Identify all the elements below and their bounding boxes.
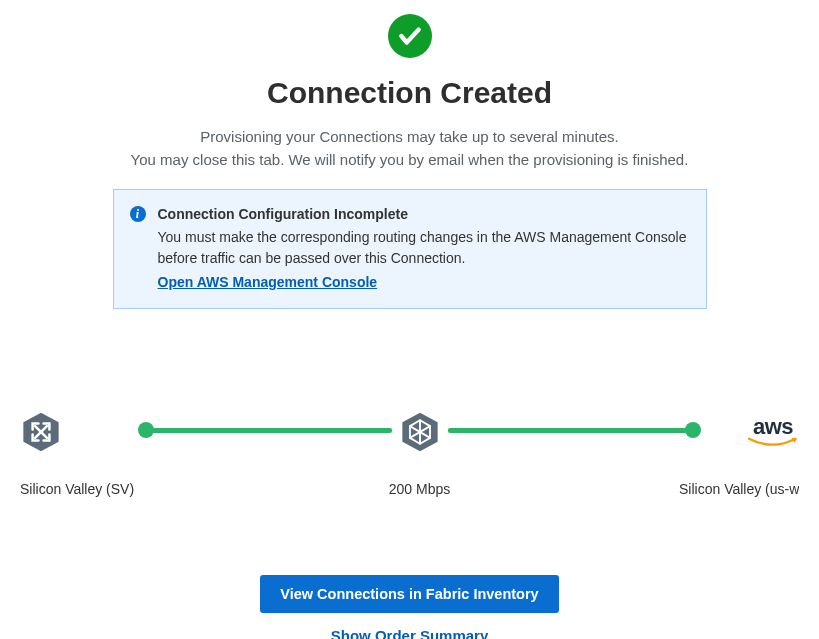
connection-diagram: Silicon Valley (SV) 200 Mbps <box>0 409 819 499</box>
connector-dot <box>685 422 701 438</box>
page-title: Connection Created <box>267 76 552 110</box>
aws-logo-icon: aws <box>747 411 799 453</box>
info-icon: i <box>130 206 146 222</box>
origin-label: Silicon Valley (SV) <box>20 481 134 497</box>
info-title: Connection Configuration Incomplete <box>158 204 690 224</box>
connector-right <box>448 409 702 451</box>
actions: View Connections in Fabric Inventory Sho… <box>90 575 730 639</box>
info-body: You must make the corresponding routing … <box>158 227 690 268</box>
view-connections-button[interactable]: View Connections in Fabric Inventory <box>260 575 558 613</box>
destination-label: Silicon Valley (us-wes <box>679 481 799 497</box>
expand-hex-icon <box>20 411 62 453</box>
show-order-summary-link[interactable]: Show Order Summary <box>331 627 489 639</box>
subtext-line-2: You may close this tab. We will notify y… <box>131 149 689 172</box>
connector-line <box>448 428 688 433</box>
page-subtext: Provisioning your Connections may take u… <box>131 126 689 171</box>
subtext-line-1: Provisioning your Connections may take u… <box>131 126 689 149</box>
confirmation-page: Connection Created Provisioning your Con… <box>0 0 819 639</box>
aws-logo-text: aws <box>753 416 793 438</box>
connector-line <box>152 428 392 433</box>
fabric-hex-icon <box>399 411 441 453</box>
info-content: Connection Configuration Incomplete You … <box>158 204 690 292</box>
connector-left <box>138 409 392 451</box>
speed-label: 200 Mbps <box>389 481 450 497</box>
success-check-icon <box>388 14 432 58</box>
open-aws-console-link[interactable]: Open AWS Management Console <box>158 272 378 292</box>
info-alert: i Connection Configuration Incomplete Yo… <box>113 189 707 309</box>
